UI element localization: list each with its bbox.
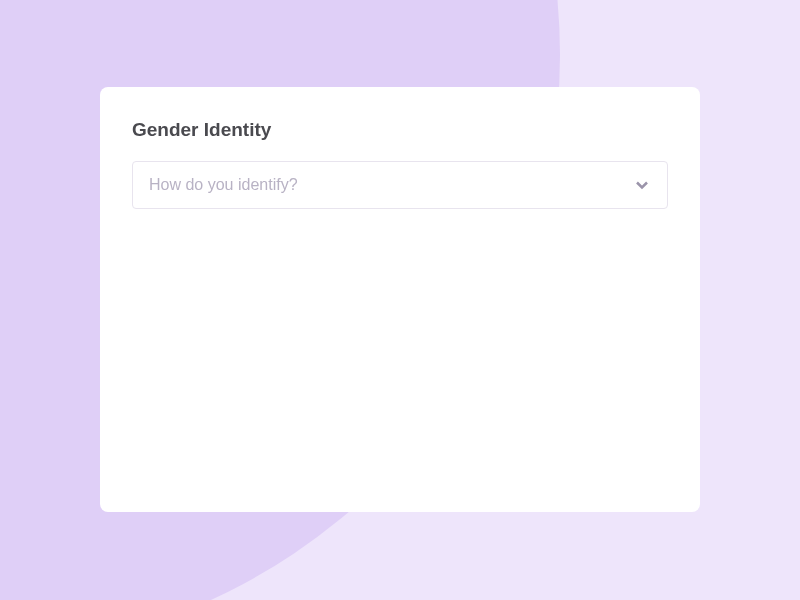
form-card: Gender Identity How do you identify? (100, 87, 700, 512)
dropdown-placeholder: How do you identify? (149, 176, 298, 194)
form-title: Gender Identity (132, 119, 668, 141)
chevron-down-icon (633, 176, 651, 194)
gender-identity-dropdown[interactable]: How do you identify? (132, 161, 668, 209)
